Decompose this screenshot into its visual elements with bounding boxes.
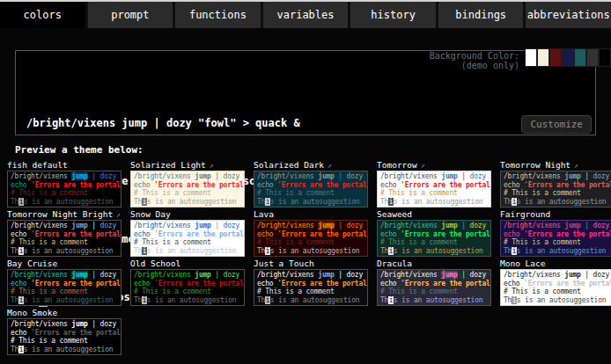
theme-sample-line-4: This is an autosuggestion xyxy=(11,296,118,305)
background-color-swatch[interactable] xyxy=(549,48,562,67)
theme-card[interactable]: /bright/vixens jump | dozy "fowl" > quac… xyxy=(377,269,491,306)
theme-sample-line-1: /bright/vixens jump | dozy "fowl" > quac… xyxy=(380,222,488,230)
tab-prompt[interactable]: prompt xyxy=(88,2,173,28)
theme-sample-line-3: # This is a comment xyxy=(504,189,611,198)
theme-cell: Solarized Dark↗ /bright/vixens jump | do… xyxy=(254,160,368,209)
external-link-icon[interactable]: ↗ xyxy=(328,162,332,170)
theme-card[interactable]: /bright/vixens jump | dozy "fowl" > quac… xyxy=(254,269,368,306)
theme-sample-line-1: /bright/vixens jump | dozy "fowl" > quac… xyxy=(11,320,118,329)
theme-name: fish default↗ xyxy=(7,160,121,171)
tab-label: variables xyxy=(277,9,335,21)
theme-sample-line-2: echo 'Errors are the portals to discover… xyxy=(504,280,611,288)
theme-card[interactable]: /bright/vixens jump | dozy "fowl" > quac… xyxy=(500,220,611,257)
theme-sample-line-2: echo 'Errors are the portals to discover… xyxy=(134,181,241,190)
theme-card[interactable]: /bright/vixens jump | dozy "fowl" > quac… xyxy=(377,171,491,207)
preview-theme-heading: Preview a theme below: xyxy=(15,144,144,156)
external-link-icon[interactable]: ↗ xyxy=(210,162,214,170)
external-link-icon[interactable]: ↗ xyxy=(574,162,578,170)
tab-history[interactable]: history xyxy=(350,2,436,28)
theme-sample-line-2: echo 'Errors are the portals to discover… xyxy=(504,181,611,190)
theme-name: Solarized Light↗ xyxy=(130,160,245,171)
theme-sample-line-4: This is an autosuggestion xyxy=(257,296,364,305)
theme-sample-line-2: echo 'Errors are the portals to discover… xyxy=(504,230,611,239)
theme-sample-line-2: echo 'Errors are the portals to discover… xyxy=(11,230,118,239)
theme-sample-line-2: echo 'Errors are the portals to discover… xyxy=(257,230,364,239)
theme-card[interactable]: /bright/vixens jump | dozy "fowl" > quac… xyxy=(130,171,245,207)
theme-card[interactable]: /bright/vixens jump | dozy "fowl" > quac… xyxy=(500,269,611,306)
theme-sample-line-1: /bright/vixens jump | dozy "fowl" > quac… xyxy=(134,222,241,230)
external-link-icon[interactable]: ↗ xyxy=(421,162,425,170)
tab-label: bindings xyxy=(455,9,506,21)
theme-name: Snow Day↗ xyxy=(130,209,245,220)
theme-sample-line-4: This is an autosuggestion xyxy=(134,296,241,305)
background-color-swatch[interactable] xyxy=(537,48,549,67)
theme-sample-line-2: echo 'Errors are the portals to discover… xyxy=(11,181,118,190)
theme-sample-line-2: echo 'Errors are the portals to discover… xyxy=(134,230,241,239)
theme-sample-line-1: /bright/vixens jump | dozy "fowl" > quac… xyxy=(134,172,241,181)
theme-cell: fish default↗ /bright/vixens jump | dozy… xyxy=(7,160,121,209)
theme-sample-line-3: # This is a comment xyxy=(380,189,488,198)
tab-bar: colorspromptfunctionsvariableshistorybin… xyxy=(0,2,611,28)
tab-label: colors xyxy=(24,9,62,21)
theme-sample-line-3: # This is a comment xyxy=(504,238,611,247)
theme-sample-line-4: This is an autosuggestion xyxy=(11,247,118,256)
theme-cell: Tomorrow Night↗ /bright/vixens jump | do… xyxy=(500,160,611,209)
theme-card[interactable]: /bright/vixens jump | dozy "fowl" > quac… xyxy=(7,318,121,355)
theme-cell: Mono Smoke↗ /bright/vixens jump | dozy "… xyxy=(7,308,121,357)
background-color-swatch[interactable] xyxy=(574,48,586,67)
theme-sample-line-3: # This is a comment xyxy=(380,238,488,247)
theme-card[interactable]: /bright/vixens jump | dozy "fowl" > quac… xyxy=(7,171,121,207)
theme-cell: Lava↗ /bright/vixens jump | dozy "fowl" … xyxy=(254,209,368,258)
theme-sample-line-4: This is an autosuggestion xyxy=(504,198,611,207)
background-color-swatch[interactable] xyxy=(586,48,599,67)
tab-variables[interactable]: variables xyxy=(263,2,349,28)
tab-abbreviations[interactable]: abbreviations xyxy=(526,2,611,28)
theme-card[interactable]: /bright/vixens jump | dozy "fowl" > quac… xyxy=(7,220,121,257)
theme-sample-line-3: # This is a comment xyxy=(134,288,241,296)
theme-cell: Old School↗ /bright/vixens jump | dozy "… xyxy=(130,258,245,308)
theme-name: Tomorrow Night Bright↗ xyxy=(7,209,121,220)
theme-card[interactable]: /bright/vixens jump | dozy "fowl" > quac… xyxy=(377,220,491,257)
theme-sample-line-3: # This is a comment xyxy=(11,189,118,198)
external-link-icon[interactable]: ↗ xyxy=(116,211,121,219)
tab-label: prompt xyxy=(111,9,149,21)
tab-bindings[interactable]: bindings xyxy=(438,2,524,28)
theme-sample-line-1: /bright/vixens jump | dozy "fowl" > quac… xyxy=(11,172,118,181)
theme-name: Tomorrow Night↗ xyxy=(500,160,611,171)
theme-sample-line-2: echo 'Errors are the portals to discover… xyxy=(11,280,118,288)
theme-sample-line-4: This is an autosuggestion xyxy=(11,346,118,354)
theme-card[interactable]: /bright/vixens jump | dozy "fowl" > quac… xyxy=(130,220,245,257)
customize-button[interactable]: Customize xyxy=(521,115,592,134)
background-color-swatch[interactable] xyxy=(525,48,537,67)
theme-sample-line-4: This is an autosuggestion xyxy=(380,296,488,305)
tab-colors[interactable]: colors xyxy=(0,2,85,28)
theme-sample-line-3: # This is a comment xyxy=(504,288,611,296)
theme-card[interactable]: /bright/vixens jump | dozy "fowl" > quac… xyxy=(254,171,368,207)
theme-cell: Seaweed↗ /bright/vixens jump | dozy "fow… xyxy=(377,209,491,258)
background-color-label: Background Color: (demo only) xyxy=(430,51,519,70)
theme-name: Seaweed↗ xyxy=(377,209,491,220)
theme-sample-line-1: /bright/vixens jump | dozy "fowl" > quac… xyxy=(257,271,364,280)
theme-sample-line-1: /bright/vixens jump | dozy "fowl" > quac… xyxy=(257,172,364,181)
theme-card[interactable]: /bright/vixens jump | dozy "fowl" > quac… xyxy=(130,269,245,306)
theme-sample-line-4: This is an autosuggestion xyxy=(380,198,488,207)
theme-sample-line-4: This is an autosuggestion xyxy=(134,247,241,256)
theme-sample-line-2: echo 'Errors are the portals to discover… xyxy=(380,230,488,239)
background-color-swatch[interactable] xyxy=(562,48,574,67)
theme-sample-line-4: This is an autosuggestion xyxy=(504,247,611,256)
theme-sample-line-2: echo 'Errors are the portals to discover… xyxy=(380,280,488,288)
theme-sample-line-3: # This is a comment xyxy=(257,288,364,296)
theme-cell: Tomorrow Night Bright↗ /bright/vixens ju… xyxy=(7,209,121,258)
theme-sample-line-1: /bright/vixens jump | dozy "fowl" > quac… xyxy=(11,222,118,230)
theme-sample-line-4: This is an autosuggestion xyxy=(257,247,364,256)
theme-card[interactable]: /bright/vixens jump | dozy "fowl" > quac… xyxy=(500,171,611,207)
theme-sample-line-1: /bright/vixens jump | dozy "fowl" > quac… xyxy=(504,222,611,230)
background-color-swatch[interactable] xyxy=(599,48,611,67)
theme-sample-line-3: # This is a comment xyxy=(257,238,364,247)
theme-sample-line-4: This is an autosuggestion xyxy=(380,247,488,256)
theme-card[interactable]: /bright/vixens jump | dozy "fowl" > quac… xyxy=(7,269,121,306)
background-color-label-line1: Background Color: xyxy=(430,51,519,61)
tab-functions[interactable]: functions xyxy=(175,2,261,28)
theme-name: Lava↗ xyxy=(254,209,368,220)
theme-card[interactable]: /bright/vixens jump | dozy "fowl" > quac… xyxy=(254,220,368,257)
